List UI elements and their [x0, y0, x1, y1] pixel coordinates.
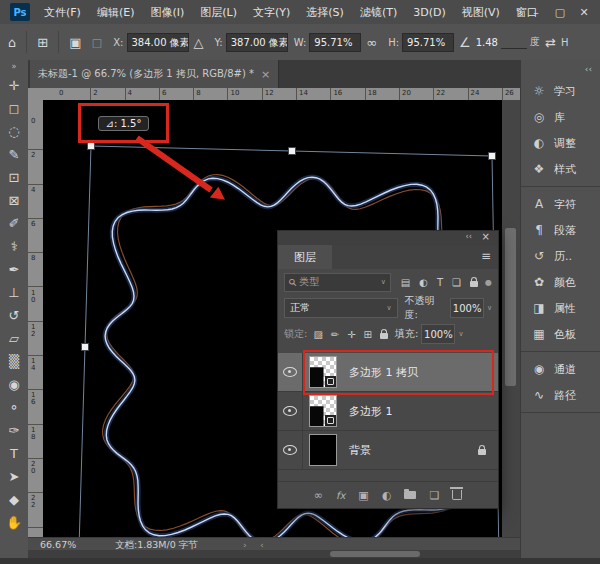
close-button[interactable]: ✕	[572, 6, 596, 19]
x-input[interactable]: 384.00 像素	[127, 33, 189, 52]
tool-move[interactable]: ✛	[0, 74, 28, 97]
tool-lasso[interactable]: ◌	[0, 120, 28, 143]
dock-item-properties[interactable]: ◨属性	[521, 295, 600, 321]
tool-eraser[interactable]: ▱	[0, 327, 28, 350]
y-input[interactable]: 387.00 像素	[226, 33, 288, 52]
tool-brush[interactable]: ✒	[0, 258, 28, 281]
tool-type[interactable]: T	[0, 442, 28, 465]
nav-left-icon[interactable]: ‹	[260, 539, 264, 550]
tool-frame[interactable]: ⊠	[0, 189, 28, 212]
filter-type-layers[interactable]: T	[437, 277, 443, 288]
filter-shape-layers[interactable]: ❏	[452, 277, 461, 288]
menu-item-3[interactable]: 图层(L)	[192, 5, 245, 20]
dock-item-character[interactable]: A字符	[521, 191, 600, 217]
dock-item-color[interactable]: ✿颜色	[521, 269, 600, 295]
filter-pixel-layers[interactable]: ▤	[401, 277, 410, 288]
toggle-reference-icon[interactable]: ▣	[69, 35, 81, 50]
dock-item-swatches[interactable]: ▦色板	[521, 321, 600, 347]
home-icon[interactable]: ⌂	[8, 35, 16, 50]
tool-clone-stamp[interactable]: ⊥	[0, 281, 28, 304]
relative-position-icon[interactable]: △	[194, 35, 204, 50]
dock-item-paths[interactable]: ∿路径	[521, 382, 600, 408]
layers-tab[interactable]: 图层	[278, 245, 332, 269]
dock-item-learn[interactable]: ☼学习	[521, 78, 600, 104]
maximize-button[interactable]: ▢	[548, 6, 572, 19]
toggle-reference-alt-icon[interactable]: ◻	[91, 35, 102, 50]
visibility-cell[interactable]	[278, 392, 303, 430]
horizontal-scrollbar[interactable]	[28, 550, 520, 558]
tool-healing-brush[interactable]: ⚕	[0, 235, 28, 258]
dock-item-libraries[interactable]: ◎库	[521, 104, 600, 130]
lock-position[interactable]: ✛	[347, 329, 355, 340]
visibility-cell[interactable]	[278, 431, 303, 469]
panel-menu-icon[interactable]: ≡	[481, 249, 491, 263]
tool-blur[interactable]: ◉	[0, 373, 28, 396]
tool-rectangular-marquee[interactable]: ◻	[0, 97, 28, 120]
minimize-button[interactable]: –	[524, 6, 548, 19]
filter-toggle-icon[interactable]: ●	[485, 278, 492, 287]
layer-group[interactable]	[404, 491, 416, 499]
layer-effects[interactable]: fx	[336, 490, 345, 501]
eye-icon[interactable]	[283, 445, 297, 455]
tool-eyedropper[interactable]: ✐	[0, 212, 28, 235]
layer-row-2[interactable]: 背景	[278, 431, 498, 470]
tool-hand[interactable]: ✋	[0, 511, 28, 534]
interpolation-icon[interactable]: ⇄	[545, 35, 556, 50]
eye-icon[interactable]	[283, 406, 297, 416]
tool-history-brush[interactable]: ↺	[0, 304, 28, 327]
dock-item-history[interactable]: ↺历..	[521, 243, 600, 269]
tab-close-icon[interactable]: ×	[261, 68, 270, 81]
vertical-scrollbar-thumb[interactable]	[505, 228, 516, 386]
lock-image-pixels[interactable]: ✏	[331, 329, 339, 340]
menu-item-0[interactable]: 文件(F)	[36, 5, 89, 20]
tool-gradient[interactable]: ▒	[0, 350, 28, 373]
delete-layer[interactable]	[452, 490, 462, 500]
menu-item-2[interactable]: 图像(I)	[142, 5, 192, 20]
tool-dodge[interactable]: ⚬	[0, 396, 28, 419]
tool-pen[interactable]: ✑	[0, 419, 28, 442]
chevron-down-icon[interactable]: ∨	[487, 304, 492, 312]
filter-smart-objects-lock-icon[interactable]	[470, 281, 478, 287]
angle-input[interactable]: 1.48	[476, 37, 498, 48]
dock-item-channels[interactable]: ◉通道	[521, 356, 600, 382]
visibility-cell[interactable]	[278, 353, 303, 391]
menu-item-5[interactable]: 选择(S)	[298, 5, 352, 20]
transform-handle-2[interactable]	[489, 153, 496, 160]
layer-mask[interactable]: ▣	[358, 489, 368, 502]
link-layers[interactable]: ∞	[314, 489, 323, 502]
menu-item-8[interactable]: 视图(V)	[454, 5, 508, 20]
layer-thumbnail[interactable]	[309, 434, 337, 466]
transform-handle-3[interactable]	[82, 344, 89, 351]
height-input[interactable]: 95.71%	[402, 33, 454, 52]
lock-transparent-pixels[interactable]: ▨	[313, 329, 322, 340]
transform-handle-1[interactable]	[289, 148, 296, 155]
zoom-level[interactable]: 66.67%	[40, 539, 76, 550]
panel-collapse-icon[interactable]: ‹‹	[466, 232, 472, 241]
layer-filter-dropdown[interactable]: ⚲ 类型 ∨	[284, 273, 391, 292]
layer-row-1[interactable]: 多边形 1	[278, 392, 498, 431]
document-tab[interactable]: 未标题-1 @ 66.7% (多边形 1 拷贝, RGB/8#) * ×	[30, 60, 279, 88]
new-layer[interactable]: ❏	[429, 489, 439, 502]
opacity-input[interactable]: 100%	[450, 298, 484, 318]
nav-right-icon[interactable]: ›	[243, 539, 247, 550]
lock-artboard[interactable]: ⊞	[364, 329, 372, 340]
vertical-scrollbar[interactable]	[502, 100, 520, 537]
menu-item-6[interactable]: 滤镜(T)	[352, 5, 405, 20]
horizontal-scrollbar-thumb[interactable]	[330, 551, 420, 557]
dock-item-paragraph[interactable]: ¶段落	[521, 217, 600, 243]
eye-icon[interactable]	[283, 367, 297, 377]
tool-quick-selection[interactable]: ✎	[0, 143, 28, 166]
reference-point-icon[interactable]: ⊞	[37, 35, 48, 50]
new-adjustment-layer[interactable]: ◐	[382, 489, 392, 502]
dock-item-styles[interactable]: ❖样式	[521, 156, 600, 182]
menu-item-1[interactable]: 编辑(E)	[89, 5, 143, 20]
link-dimensions-icon[interactable]: ∞	[366, 35, 377, 50]
transform-handle-0[interactable]	[88, 143, 95, 150]
menu-item-4[interactable]: 文字(Y)	[245, 5, 298, 20]
dock-item-adjustments[interactable]: ◐调整	[521, 130, 600, 156]
menu-item-7[interactable]: 3D(D)	[405, 6, 454, 19]
width-input[interactable]: 95.71%	[309, 33, 361, 52]
filter-adjustment-layers[interactable]: ◐	[419, 277, 428, 288]
layer-thumbnail[interactable]	[309, 395, 337, 427]
panel-close-icon[interactable]: ×	[482, 231, 490, 242]
